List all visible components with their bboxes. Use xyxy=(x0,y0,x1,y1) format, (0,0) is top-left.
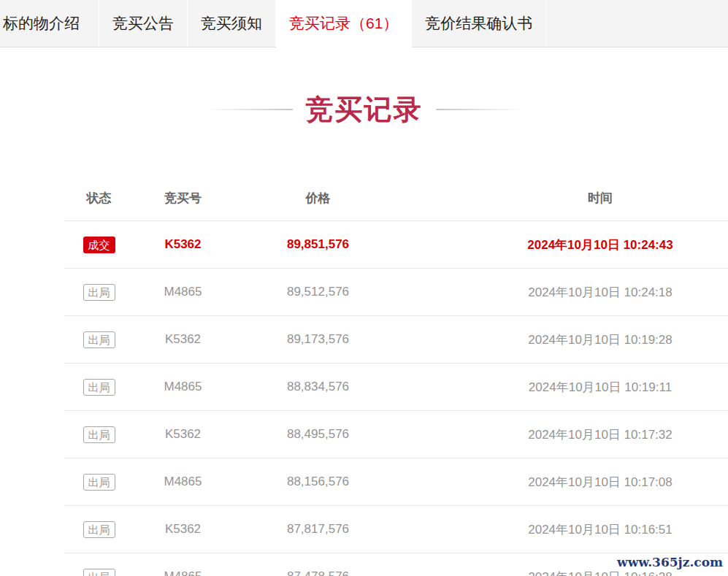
bid-number-cell: M4865 xyxy=(134,380,232,394)
table-body: 成交 K5362 89,851,576 2024年10月10日 10:24:43… xyxy=(64,221,728,576)
title-decor-line-left xyxy=(207,109,293,110)
bid-number-cell: M4865 xyxy=(134,285,232,299)
price-cell: 89,512,576 xyxy=(232,285,404,299)
status-cell: 出局 xyxy=(64,331,134,348)
status-badge: 出局 xyxy=(83,474,115,491)
header-bid-number: 竞买号 xyxy=(134,190,232,207)
status-badge: 出局 xyxy=(83,331,115,348)
table-row: 出局 K5362 87,817,576 2024年10月10日 10:16:51 xyxy=(64,506,728,553)
time-cell: 2024年10月10日 10:17:08 xyxy=(472,474,728,491)
bid-number-cell: K5362 xyxy=(134,522,232,537)
table-row: 出局 K5362 88,495,576 2024年10月10日 10:17:32 xyxy=(64,411,728,458)
tab-label: 竞价结果确认书 xyxy=(425,13,532,34)
status-cell: 出局 xyxy=(64,474,134,491)
title-decor-line-right xyxy=(436,109,522,110)
tab-bar: 标的物介绍 竞买公告 竞买须知 竞买记录（61） 竞价结果确认书 xyxy=(0,0,728,47)
page-title: 竞买记录 xyxy=(306,91,423,128)
status-cell: 出局 xyxy=(64,426,134,443)
status-cell: 出局 xyxy=(64,521,134,538)
price-cell: 89,851,576 xyxy=(232,237,404,252)
table-row: 成交 K5362 89,851,576 2024年10月10日 10:24:43 xyxy=(64,221,728,269)
time-cell: 2024年10月10日 10:24:18 xyxy=(472,284,728,301)
time-cell: 2024年10月10日 10:16:28 xyxy=(472,569,728,576)
header-status: 状态 xyxy=(64,190,134,207)
status-badge: 成交 xyxy=(83,237,115,253)
bid-number-cell: K5362 xyxy=(134,427,232,442)
time-cell: 2024年10月10日 10:19:11 xyxy=(472,379,728,396)
time-cell: 2024年10月10日 10:19:28 xyxy=(472,331,728,348)
price-cell: 89,173,576 xyxy=(232,332,404,347)
header-price: 价格 xyxy=(232,190,404,207)
tab-label: 竞买公告 xyxy=(112,13,174,34)
status-badge: 出局 xyxy=(83,521,115,538)
tab-0[interactable]: 标的物介绍 xyxy=(0,0,99,47)
bid-number-cell: K5362 xyxy=(134,237,232,252)
table-header-row: 状态 竞买号 价格 时间 xyxy=(64,175,728,221)
tab-label: 标的物介绍 xyxy=(3,13,80,34)
table-row: 出局 K5362 89,173,576 2024年10月10日 10:19:28 xyxy=(64,316,728,364)
price-cell: 87,817,576 xyxy=(232,522,404,537)
header-time: 时间 xyxy=(472,190,728,207)
status-badge: 出局 xyxy=(83,284,115,301)
bid-number-cell: K5362 xyxy=(134,332,232,347)
table-row: 出局 M4865 88,834,576 2024年10月10日 10:19:11 xyxy=(64,364,728,411)
status-cell: 出局 xyxy=(64,284,134,301)
tab-4[interactable]: 竞价结果确认书 xyxy=(412,0,546,47)
status-cell: 成交 xyxy=(64,237,134,253)
tab-label: 竞买记录（61） xyxy=(289,13,398,34)
bid-record-table: 状态 竞买号 价格 时间 成交 K5362 89,851,576 2024年10… xyxy=(64,175,728,576)
price-cell: 88,156,576 xyxy=(232,475,404,489)
watermark: www.365jz.com xyxy=(617,555,723,569)
price-cell: 88,834,576 xyxy=(232,380,404,394)
status-cell: 出局 xyxy=(64,569,134,576)
table-row: 出局 M4865 88,156,576 2024年10月10日 10:17:08 xyxy=(64,458,728,506)
time-cell: 2024年10月10日 10:24:43 xyxy=(472,237,728,253)
status-badge: 出局 xyxy=(83,426,115,443)
status-badge: 出局 xyxy=(83,379,115,396)
bid-number-cell: M4865 xyxy=(134,569,232,576)
status-badge: 出局 xyxy=(83,569,115,576)
time-cell: 2024年10月10日 10:17:32 xyxy=(472,426,728,443)
price-cell: 88,495,576 xyxy=(232,427,404,442)
tab-1[interactable]: 竞买公告 xyxy=(99,0,188,47)
status-cell: 出局 xyxy=(64,379,134,396)
tab-label: 竞买须知 xyxy=(201,13,262,34)
price-cell: 87,478,576 xyxy=(232,569,404,576)
page-title-section: 竞买记录 xyxy=(0,85,728,134)
time-cell: 2024年10月10日 10:16:51 xyxy=(472,521,728,538)
tab-2[interactable]: 竞买须知 xyxy=(188,0,276,47)
bid-number-cell: M4865 xyxy=(134,475,232,489)
table-row: 出局 M4865 89,512,576 2024年10月10日 10:24:18 xyxy=(64,269,728,316)
tab-3[interactable]: 竞买记录（61） xyxy=(276,0,412,47)
